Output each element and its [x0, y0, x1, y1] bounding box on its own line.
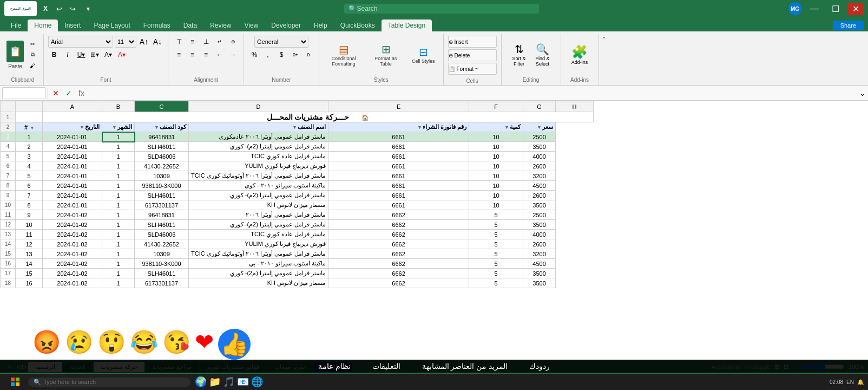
tab-data[interactable]: Data [177, 20, 203, 31]
cancel-formula-icon[interactable]: ✕ [50, 89, 61, 98]
cell-month-17[interactable]: 1 [102, 269, 135, 278]
cell-code-9[interactable]: SLH46011 [135, 191, 189, 200]
cell-seq-3[interactable]: 1 [16, 132, 43, 142]
delete-button[interactable]: ⊖ Delete [448, 49, 497, 61]
cell-month-13[interactable]: 1 [102, 230, 135, 239]
tab-help[interactable]: Help [307, 20, 334, 31]
emoji-laugh[interactable]: 😂 [130, 329, 158, 360]
cell-date-15[interactable]: 2024-01-02 [43, 249, 102, 259]
cell-seq-6[interactable]: 4 [16, 161, 43, 171]
tab-page-layout[interactable]: Page Layout [87, 20, 136, 31]
cell-qty-10[interactable]: 10 [469, 200, 523, 210]
insert-button[interactable]: ⊕ Insert [448, 36, 497, 48]
tab-review[interactable]: Review [203, 20, 238, 31]
row-num-15[interactable]: 15 [1, 249, 16, 259]
sheet-scroll[interactable]: A B C D E F G H 1 حـــركة مشتريات المحــ… [0, 101, 868, 360]
col-header-A[interactable]: A [43, 101, 102, 112]
cell-1-rn[interactable] [16, 112, 43, 122]
emoji-heart[interactable]: ❤ [195, 329, 214, 360]
number-format-select[interactable]: General [254, 36, 308, 48]
cell-name-15[interactable]: ماستر فرامل عمومي أويترا ٢٠٠٦ أوتوماتيك … [189, 249, 328, 259]
cell-date-13[interactable]: 2024-01-02 [43, 230, 102, 239]
col-header-B[interactable]: B [102, 101, 135, 112]
row-num-18[interactable]: 18 [1, 278, 16, 288]
increase-indent-button[interactable]: → [227, 49, 239, 61]
cell-qty-12[interactable]: 5 [469, 220, 523, 230]
cell-date-4[interactable]: 2024-01-01 [43, 142, 102, 152]
cell-invoice-8[interactable]: 6661 [328, 181, 469, 191]
row-num-12[interactable]: 12 [1, 220, 16, 230]
cell-month-3[interactable]: 1 [102, 132, 135, 142]
cell-invoice-18[interactable]: 6662 [328, 278, 469, 288]
expand-formula-button[interactable]: ⌄ [859, 89, 866, 98]
cell-month-9[interactable]: 1 [102, 191, 135, 200]
decrease-decimal-button[interactable]: .0- [303, 49, 314, 61]
cell-date-11[interactable]: 2024-01-02 [43, 210, 102, 220]
cell-styles-button[interactable]: ⊟ Cell Styles [408, 43, 439, 67]
cell-qty-4[interactable]: 10 [469, 142, 523, 152]
taskbar-app-5[interactable]: 🌐 [251, 376, 263, 388]
format-painter-button[interactable]: 🖌 [26, 61, 39, 70]
cell-price-16[interactable]: 4500 [523, 259, 556, 269]
cell-month-18[interactable]: 1 [102, 278, 135, 288]
cell-price-10[interactable]: 3500 [523, 200, 556, 210]
tab-file[interactable]: File [4, 20, 28, 31]
cell-name-4[interactable]: ماستر فرامل عمومي إلينترا (2م)- كوري [189, 142, 328, 152]
ribbon-expand[interactable]: ⌃ [599, 34, 609, 85]
row-num-6[interactable]: 6 [1, 161, 16, 171]
cell-name-11[interactable]: ماستر فرامل عمومي أويترا ٢٠٠٦ [189, 210, 328, 220]
cell-date-7[interactable]: 2024-01-01 [43, 171, 102, 181]
cell-seq-8[interactable]: 6 [16, 181, 43, 191]
tab-developer[interactable]: Developer [265, 20, 307, 31]
cell-name-3[interactable]: ماستر فرامل عمومي أويترا ٢٠٠٦ عادمكوري [189, 132, 328, 142]
row-num-9[interactable]: 9 [1, 191, 16, 200]
cell-seq-4[interactable]: 2 [16, 142, 43, 152]
cell-qty-14[interactable]: 5 [469, 239, 523, 249]
cell-code-18[interactable]: 6173301137 [135, 278, 189, 288]
cell-code-11[interactable]: 96418831 [135, 210, 189, 220]
cell-code-12[interactable]: SLH46011 [135, 220, 189, 230]
tab-table-design[interactable]: Table Design [382, 20, 432, 31]
cell-price-13[interactable]: 4000 [523, 230, 556, 239]
cell-date-12[interactable]: 2024-01-02 [43, 220, 102, 230]
taskbar-app-1[interactable]: 🌍 [195, 376, 207, 388]
cell-code-5[interactable]: SLD46006 [135, 152, 189, 161]
cell-qty-13[interactable]: 5 [469, 230, 523, 239]
cell-price-17[interactable]: 3500 [523, 269, 556, 278]
merge-center-button[interactable]: ⊕ [227, 36, 239, 48]
cell-date-18[interactable]: 2024-01-02 [43, 278, 102, 288]
col-header-E[interactable]: E [328, 101, 469, 112]
paste-button[interactable]: 📋 Paste [6, 41, 24, 69]
cell-name-12[interactable]: ماستر فرامل عمومي إلينترا (2م)- كوري [189, 220, 328, 230]
percent-button[interactable]: % [248, 49, 260, 61]
col-header-H[interactable]: H [556, 101, 594, 112]
cell-name-14[interactable]: فورش ديربياج فيرنا كوري YULIM [189, 239, 328, 249]
cell-date-10[interactable]: 2024-01-01 [43, 200, 102, 210]
cell-month-15[interactable]: 1 [102, 249, 135, 259]
align-left-button[interactable]: ≡ [173, 49, 185, 61]
cell-month-11[interactable]: 1 [102, 210, 135, 220]
cell-qty-18[interactable]: 5 [469, 278, 523, 288]
taskbar-app-4[interactable]: 📧 [237, 376, 249, 388]
cell-code-15[interactable]: 10309 [135, 249, 189, 259]
cell-price-7[interactable]: 3200 [523, 171, 556, 181]
bold-button[interactable]: B [48, 49, 60, 61]
cell-name-10[interactable]: مسمار ميزان لانوس KH [189, 200, 328, 210]
cell-date-17[interactable]: 2024-01-02 [43, 269, 102, 278]
row-num-10[interactable]: 10 [1, 200, 16, 210]
undo-button[interactable]: ↩ [54, 5, 64, 13]
row-num-13[interactable]: 13 [1, 230, 16, 239]
cell-price-3[interactable]: 2500 [523, 132, 556, 142]
cell-month-10[interactable]: 1 [102, 200, 135, 210]
cell-qty-6[interactable]: 10 [469, 161, 523, 171]
cell-qty-16[interactable]: 5 [469, 259, 523, 269]
cell-month-14[interactable]: 1 [102, 239, 135, 249]
align-center-button[interactable]: ≡ [187, 49, 199, 61]
cell-invoice-9[interactable]: 6661 [328, 191, 469, 200]
cell-code-14[interactable]: 41430-22652 [135, 239, 189, 249]
cell-qty-15[interactable]: 5 [469, 249, 523, 259]
row-num-5[interactable]: 5 [1, 152, 16, 161]
cell-seq-16[interactable]: 14 [16, 259, 43, 269]
cell-seq-15[interactable]: 13 [16, 249, 43, 259]
cell-invoice-4[interactable]: 6661 [328, 142, 469, 152]
